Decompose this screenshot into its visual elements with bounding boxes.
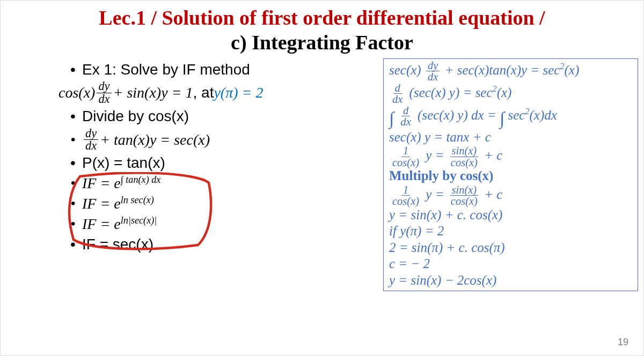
t: (x) <box>565 62 580 77</box>
t: y = <box>426 148 447 162</box>
rline-y-general: y = sin(x) + c. cos(x) <box>389 207 632 224</box>
integral-icon: ∫ <box>500 108 504 128</box>
if-pre: IF = e <box>82 216 121 232</box>
t: (sec(x) y) dx = <box>418 107 500 122</box>
d: cos(x) <box>391 196 421 207</box>
frac: sin(x) cos(x) <box>449 184 479 207</box>
ex1-text: Ex 1: Solve by IF method <box>82 61 250 79</box>
eq-cosx: cos(x) <box>58 84 95 102</box>
d: cos(x) <box>449 196 479 207</box>
initial-condition: y(π) = 2 <box>214 84 263 102</box>
t: (x)dx <box>530 107 557 122</box>
left-column: •Ex 1: Solve by IF method cos(x) dy dx +… <box>6 58 383 256</box>
n: 1 <box>401 145 410 157</box>
t: + c <box>484 148 502 162</box>
frac: 1 cos(x) <box>391 145 421 168</box>
equation-standard-form: • dy dx + tan(x)y = sec(x) <box>70 128 379 152</box>
rline-solve-c: c = − 2 <box>389 256 632 272</box>
heading-line1: Lec.1 / Solution of first order differen… <box>6 7 638 29</box>
slide: Lec.1 / Solution of first order differen… <box>0 0 644 356</box>
rline-divide-1: 1 cos(x) y = sin(x) cos(x) + c <box>389 145 632 168</box>
if-sup: ln|sec(x)| <box>121 215 157 226</box>
d: cos(x) <box>391 157 421 168</box>
n: dy <box>426 60 440 72</box>
frac: dy dx <box>426 60 440 83</box>
rline-multiply-cos: Multiply by cos(x) <box>389 168 632 184</box>
n: sin(x) <box>450 145 479 157</box>
n: d <box>393 83 402 94</box>
rline-multiply-if: sec(x) dy dx + sec(x)tan(x)y = sec2(x) <box>389 60 632 83</box>
frac: d dx <box>399 105 413 128</box>
if-sup: ∫ tan(x) dx <box>121 174 161 185</box>
rline-integrate: ∫ d dx (sec(x) y) dx = ∫ sec2(x)dx <box>389 105 632 129</box>
t: + sec(x)tan(x)y = sec <box>445 62 560 77</box>
heading-line2: c) Integrating Factor <box>6 32 638 54</box>
d: dx <box>399 116 413 128</box>
if-final-text: IF = sec(x) <box>82 235 153 254</box>
frac-dydx-1: dy dx <box>97 80 111 105</box>
d: dx <box>391 94 404 105</box>
t: (sec(x) y) = sec <box>409 85 493 99</box>
n: sin(x) <box>450 184 479 196</box>
frac-den: dx <box>84 140 98 152</box>
bullet-px: •P(x) = tan(x) <box>70 154 379 172</box>
px-text: P(x) = tan(x) <box>82 154 165 172</box>
t: + c <box>484 187 502 202</box>
bullet-ex1: •Ex 1: Solve by IF method <box>70 61 379 79</box>
rline-divide-2: 1 cos(x) y = sin(x) cos(x) + c <box>389 184 632 207</box>
t: sec(x) <box>389 62 421 77</box>
n: d <box>401 105 410 117</box>
rline-after-int: sec(x) y = tanx + c <box>389 129 632 146</box>
bullet-divide: •Divide by cos(x) <box>70 107 379 125</box>
frac: d dx <box>391 83 404 105</box>
t: sec <box>508 107 525 122</box>
bullet-if-ln: • IF = eln sec(x) <box>70 195 379 213</box>
eq-rest: + tan(x)y = sec(x) <box>100 131 210 149</box>
if-pre: IF = e <box>82 175 121 191</box>
t: (x) <box>497 85 512 99</box>
frac-num: dy <box>97 80 111 93</box>
rline-final: y = sin(x) − 2cos(x) <box>389 272 632 289</box>
content-columns: •Ex 1: Solve by IF method cos(x) dy dx +… <box>6 58 638 292</box>
frac-den: dx <box>97 93 111 105</box>
rline-apply-ic: if y(π) = 2 <box>389 223 632 240</box>
solution-box: sec(x) dy dx + sec(x)tan(x)y = sec2(x) d… <box>383 58 638 292</box>
frac-num: dy <box>84 128 98 140</box>
eq-rest: + sin(x)y = 1 <box>113 84 193 102</box>
rline-substitute: 2 = sin(π) + c. cos(π) <box>389 240 632 256</box>
if-sup: ln sec(x) <box>121 195 154 205</box>
if-pre: IF = e <box>82 195 121 212</box>
bullet-if-final: •IF = sec(x) <box>70 235 379 254</box>
bullet-if-integral: • IF = e∫ tan(x) dx <box>70 174 379 192</box>
n: 1 <box>401 184 410 196</box>
frac: 1 cos(x) <box>391 184 421 207</box>
t: y = <box>426 187 447 202</box>
bullet-if-lnabs: • IF = eln|sec(x)| <box>70 215 379 233</box>
d: dx <box>426 71 440 83</box>
rline-product-rule: d dx (sec(x) y) = sec2(x) <box>389 83 632 105</box>
integral-icon: ∫ <box>389 108 394 128</box>
eq-at: , at <box>193 84 214 102</box>
circled-if-steps: • IF = e∫ tan(x) dx • IF = eln sec(x) • … <box>70 174 379 233</box>
frac: sin(x) cos(x) <box>449 145 479 168</box>
d: cos(x) <box>449 157 479 168</box>
divide-text: Divide by cos(x) <box>82 107 189 125</box>
equation-original: cos(x) dy dx + sin(x)y = 1 , at y(π) = 2 <box>58 80 379 105</box>
frac-dydx-2: dy dx <box>84 128 98 152</box>
slide-number: 19 <box>618 337 628 348</box>
